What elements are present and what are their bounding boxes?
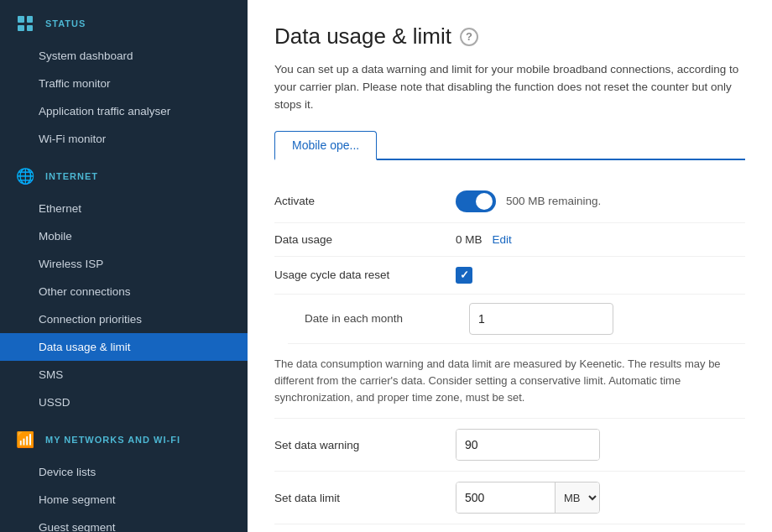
usage-cycle-row: Usage cycle data reset <box>274 257 745 295</box>
sidebar-item-wifi-monitor[interactable]: Wi-Fi monitor <box>0 125 248 153</box>
date-input[interactable] <box>469 303 613 335</box>
activate-row: Activate 500 MB remaining. <box>274 180 745 223</box>
limit-input-group: MB GB <box>456 482 600 514</box>
activate-value: 500 MB remaining. <box>456 190 745 212</box>
sidebar-item-application-traffic-analyser[interactable]: Application traffic analyser <box>0 97 248 125</box>
sidebar-item-connection-priorities[interactable]: Connection priorities <box>0 305 248 333</box>
main-content: Data usage & limit ? You can set up a da… <box>248 0 772 532</box>
usage-cycle-label: Usage cycle data reset <box>274 269 442 281</box>
sidebar-item-device-lists[interactable]: Device lists <box>0 458 248 486</box>
sidebar-item-home-segment[interactable]: Home segment <box>0 486 248 514</box>
set-warning-row: Set data warning % <box>274 419 745 472</box>
sidebar-item-data-usage-limit[interactable]: Data usage & limit <box>0 333 248 361</box>
grid-icon <box>13 12 37 35</box>
usage-cycle-checkbox[interactable] <box>456 267 472 284</box>
edit-link[interactable]: Edit <box>493 233 512 246</box>
activate-label: Activate <box>274 195 442 207</box>
tab-mobile-operator[interactable]: Mobile ope... <box>274 131 377 160</box>
sidebar-item-ethernet[interactable]: Ethernet <box>0 195 248 222</box>
data-usage-value: 0 MB <box>456 233 482 246</box>
activate-toggle[interactable] <box>456 190 496 212</box>
wifi-section-icon: 📶 <box>13 428 37 451</box>
warning-input[interactable] <box>456 430 600 460</box>
warning-input-group: % <box>456 429 600 461</box>
sidebar-item-mobile[interactable]: Mobile <box>0 222 248 250</box>
remaining-text: 500 MB remaining. <box>506 195 601 207</box>
date-label: Date in each month <box>305 312 456 325</box>
set-limit-row: Set data limit MB GB <box>274 472 745 524</box>
limit-unit-select[interactable]: MB GB <box>555 482 599 513</box>
set-warning-value: % <box>456 429 745 461</box>
sidebar-item-ussd[interactable]: USSD <box>0 389 248 416</box>
sidebar-section-my-networks: 📶 MY NETWORKS AND WI-FI <box>0 416 248 458</box>
sidebar-item-wireless-isp[interactable]: Wireless ISP <box>0 250 248 278</box>
date-row: Date in each month <box>288 295 745 344</box>
page-description: You can set up a data warning and limit … <box>274 61 745 114</box>
sidebar-item-sms[interactable]: SMS <box>0 361 248 389</box>
sidebar: STATUS System dashboard Traffic monitor … <box>0 0 248 532</box>
limit-input[interactable] <box>456 482 555 513</box>
sidebar-item-system-dashboard[interactable]: System dashboard <box>0 42 248 70</box>
info-text: The data consumption warning and data li… <box>274 344 745 419</box>
sidebar-item-guest-segment[interactable]: Guest segment <box>0 514 248 532</box>
page-title-row: Data usage & limit ? <box>274 23 745 50</box>
sidebar-section-internet: 🌐 INTERNET <box>0 153 248 195</box>
set-warning-label: Set data warning <box>274 439 442 451</box>
help-icon[interactable]: ? <box>460 28 478 46</box>
globe-icon: 🌐 <box>13 164 37 188</box>
data-usage-row: Data usage 0 MB Edit <box>274 223 745 257</box>
data-usage-value-row: 0 MB Edit <box>456 233 745 246</box>
set-limit-value: MB GB <box>456 482 745 514</box>
sidebar-item-other-connections[interactable]: Other connections <box>0 278 248 305</box>
usage-cycle-value <box>456 267 745 284</box>
sidebar-section-status: STATUS <box>0 0 248 42</box>
page-title: Data usage & limit <box>274 23 451 50</box>
sidebar-item-traffic-monitor[interactable]: Traffic monitor <box>0 70 248 97</box>
data-usage-label: Data usage <box>274 233 442 246</box>
tabs: Mobile ope... <box>274 131 745 160</box>
set-limit-label: Set data limit <box>274 492 442 504</box>
